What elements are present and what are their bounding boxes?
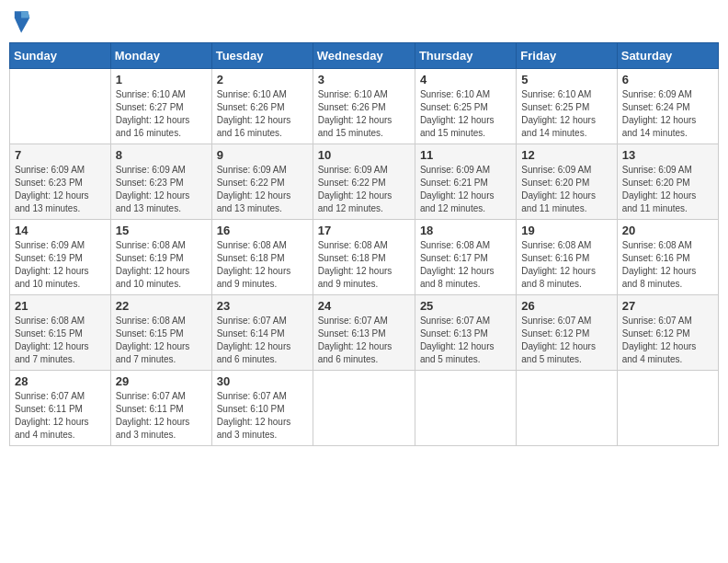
day-info: Sunrise: 6:07 AM Sunset: 6:14 PM Dayligh… <box>217 315 308 366</box>
day-number: 18 <box>420 224 511 237</box>
calendar-cell: 12Sunrise: 6:09 AM Sunset: 6:20 PM Dayli… <box>517 144 617 220</box>
day-info: Sunrise: 6:08 AM Sunset: 6:16 PM Dayligh… <box>521 239 611 291</box>
calendar-cell: 5Sunrise: 6:10 AM Sunset: 6:25 PM Daylig… <box>517 69 617 144</box>
weekday-header-tuesday: Tuesday <box>211 43 313 69</box>
day-number: 28 <box>15 374 106 388</box>
logo <box>13 9 33 35</box>
calendar-cell: 14Sunrise: 6:09 AM Sunset: 6:19 PM Dayli… <box>10 220 111 295</box>
day-info: Sunrise: 6:09 AM Sunset: 6:20 PM Dayligh… <box>521 164 611 215</box>
day-number: 10 <box>318 148 410 162</box>
day-number: 27 <box>622 299 713 313</box>
day-number: 1 <box>116 73 207 86</box>
day-info: Sunrise: 6:07 AM Sunset: 6:13 PM Dayligh… <box>420 315 511 366</box>
calendar-cell: 13Sunrise: 6:09 AM Sunset: 6:20 PM Dayli… <box>617 144 718 220</box>
calendar-cell: 6Sunrise: 6:09 AM Sunset: 6:24 PM Daylig… <box>617 69 718 144</box>
calendar-cell: 25Sunrise: 6:07 AM Sunset: 6:13 PM Dayli… <box>415 295 516 371</box>
calendar-week-row: 28Sunrise: 6:07 AM Sunset: 6:11 PM Dayli… <box>10 371 719 446</box>
day-number: 26 <box>521 299 611 313</box>
day-info: Sunrise: 6:08 AM Sunset: 6:19 PM Dayligh… <box>116 239 207 291</box>
day-info: Sunrise: 6:07 AM Sunset: 6:12 PM Dayligh… <box>622 315 713 366</box>
day-info: Sunrise: 6:08 AM Sunset: 6:17 PM Dayligh… <box>420 239 511 291</box>
calendar-cell: 26Sunrise: 6:07 AM Sunset: 6:12 PM Dayli… <box>517 295 617 371</box>
svg-marker-1 <box>21 11 29 17</box>
day-number: 29 <box>116 374 207 388</box>
day-info: Sunrise: 6:07 AM Sunset: 6:11 PM Dayligh… <box>15 390 106 442</box>
calendar-cell: 20Sunrise: 6:08 AM Sunset: 6:16 PM Dayli… <box>617 220 718 295</box>
calendar-cell: 9Sunrise: 6:09 AM Sunset: 6:22 PM Daylig… <box>211 144 313 220</box>
day-info: Sunrise: 6:09 AM Sunset: 6:22 PM Dayligh… <box>217 164 308 215</box>
day-number: 9 <box>217 148 308 162</box>
day-info: Sunrise: 6:10 AM Sunset: 6:25 PM Dayligh… <box>420 88 511 140</box>
calendar-cell <box>313 371 415 446</box>
calendar-cell <box>10 69 111 144</box>
calendar-cell: 7Sunrise: 6:09 AM Sunset: 6:23 PM Daylig… <box>10 144 111 220</box>
day-number: 21 <box>15 299 106 313</box>
logo-icon <box>13 9 31 35</box>
calendar-cell: 28Sunrise: 6:07 AM Sunset: 6:11 PM Dayli… <box>10 371 111 446</box>
calendar-week-row: 14Sunrise: 6:09 AM Sunset: 6:19 PM Dayli… <box>10 220 719 295</box>
weekday-header-thursday: Thursday <box>415 43 516 69</box>
day-number: 15 <box>116 224 207 237</box>
page-header <box>9 9 719 35</box>
weekday-header-saturday: Saturday <box>617 43 718 69</box>
calendar-cell: 17Sunrise: 6:08 AM Sunset: 6:18 PM Dayli… <box>313 220 415 295</box>
calendar-cell: 27Sunrise: 6:07 AM Sunset: 6:12 PM Dayli… <box>617 295 718 371</box>
day-info: Sunrise: 6:07 AM Sunset: 6:13 PM Dayligh… <box>318 315 410 366</box>
calendar-cell: 3Sunrise: 6:10 AM Sunset: 6:26 PM Daylig… <box>313 69 415 144</box>
calendar-cell: 2Sunrise: 6:10 AM Sunset: 6:26 PM Daylig… <box>211 69 313 144</box>
day-info: Sunrise: 6:10 AM Sunset: 6:25 PM Dayligh… <box>521 88 611 140</box>
day-number: 14 <box>15 224 106 237</box>
day-number: 8 <box>116 148 207 162</box>
calendar-cell: 19Sunrise: 6:08 AM Sunset: 6:16 PM Dayli… <box>517 220 617 295</box>
weekday-header-monday: Monday <box>110 43 211 69</box>
day-number: 20 <box>622 224 713 237</box>
weekday-header-friday: Friday <box>517 43 617 69</box>
day-info: Sunrise: 6:09 AM Sunset: 6:19 PM Dayligh… <box>15 239 106 291</box>
day-number: 25 <box>420 299 511 313</box>
day-info: Sunrise: 6:08 AM Sunset: 6:15 PM Dayligh… <box>15 315 106 366</box>
calendar-cell: 18Sunrise: 6:08 AM Sunset: 6:17 PM Dayli… <box>415 220 516 295</box>
day-number: 6 <box>622 73 713 86</box>
calendar-week-row: 21Sunrise: 6:08 AM Sunset: 6:15 PM Dayli… <box>10 295 719 371</box>
day-info: Sunrise: 6:09 AM Sunset: 6:23 PM Dayligh… <box>116 164 207 215</box>
day-info: Sunrise: 6:09 AM Sunset: 6:23 PM Dayligh… <box>15 164 106 215</box>
day-info: Sunrise: 6:07 AM Sunset: 6:10 PM Dayligh… <box>217 390 308 442</box>
calendar-week-row: 7Sunrise: 6:09 AM Sunset: 6:23 PM Daylig… <box>10 144 719 220</box>
day-number: 23 <box>217 299 308 313</box>
day-info: Sunrise: 6:10 AM Sunset: 6:26 PM Dayligh… <box>318 88 410 140</box>
day-number: 2 <box>217 73 308 86</box>
calendar-cell: 1Sunrise: 6:10 AM Sunset: 6:27 PM Daylig… <box>110 69 211 144</box>
day-info: Sunrise: 6:09 AM Sunset: 6:24 PM Dayligh… <box>622 88 713 140</box>
calendar-cell: 10Sunrise: 6:09 AM Sunset: 6:22 PM Dayli… <box>313 144 415 220</box>
day-info: Sunrise: 6:08 AM Sunset: 6:18 PM Dayligh… <box>217 239 308 291</box>
day-number: 22 <box>116 299 207 313</box>
day-number: 7 <box>15 148 106 162</box>
day-number: 19 <box>521 224 611 237</box>
day-info: Sunrise: 6:08 AM Sunset: 6:18 PM Dayligh… <box>318 239 410 291</box>
calendar-cell: 16Sunrise: 6:08 AM Sunset: 6:18 PM Dayli… <box>211 220 313 295</box>
day-number: 12 <box>521 148 611 162</box>
weekday-header-wednesday: Wednesday <box>313 43 415 69</box>
day-info: Sunrise: 6:10 AM Sunset: 6:27 PM Dayligh… <box>116 88 207 140</box>
calendar-cell: 29Sunrise: 6:07 AM Sunset: 6:11 PM Dayli… <box>110 371 211 446</box>
day-info: Sunrise: 6:10 AM Sunset: 6:26 PM Dayligh… <box>217 88 308 140</box>
weekday-header-sunday: Sunday <box>10 43 111 69</box>
calendar-week-row: 1Sunrise: 6:10 AM Sunset: 6:27 PM Daylig… <box>10 69 719 144</box>
day-number: 17 <box>318 224 410 237</box>
calendar-cell: 11Sunrise: 6:09 AM Sunset: 6:21 PM Dayli… <box>415 144 516 220</box>
day-number: 16 <box>217 224 308 237</box>
day-info: Sunrise: 6:09 AM Sunset: 6:21 PM Dayligh… <box>420 164 511 215</box>
calendar-cell: 24Sunrise: 6:07 AM Sunset: 6:13 PM Dayli… <box>313 295 415 371</box>
calendar-cell: 21Sunrise: 6:08 AM Sunset: 6:15 PM Dayli… <box>10 295 111 371</box>
day-info: Sunrise: 6:07 AM Sunset: 6:11 PM Dayligh… <box>116 390 207 442</box>
day-number: 5 <box>521 73 611 86</box>
day-number: 24 <box>318 299 410 313</box>
calendar-cell: 8Sunrise: 6:09 AM Sunset: 6:23 PM Daylig… <box>110 144 211 220</box>
day-info: Sunrise: 6:09 AM Sunset: 6:20 PM Dayligh… <box>622 164 713 215</box>
calendar-cell: 23Sunrise: 6:07 AM Sunset: 6:14 PM Dayli… <box>211 295 313 371</box>
day-info: Sunrise: 6:07 AM Sunset: 6:12 PM Dayligh… <box>521 315 611 366</box>
day-info: Sunrise: 6:08 AM Sunset: 6:15 PM Dayligh… <box>116 315 207 366</box>
calendar-cell: 4Sunrise: 6:10 AM Sunset: 6:25 PM Daylig… <box>415 69 516 144</box>
day-info: Sunrise: 6:09 AM Sunset: 6:22 PM Dayligh… <box>318 164 410 215</box>
calendar-cell: 15Sunrise: 6:08 AM Sunset: 6:19 PM Dayli… <box>110 220 211 295</box>
